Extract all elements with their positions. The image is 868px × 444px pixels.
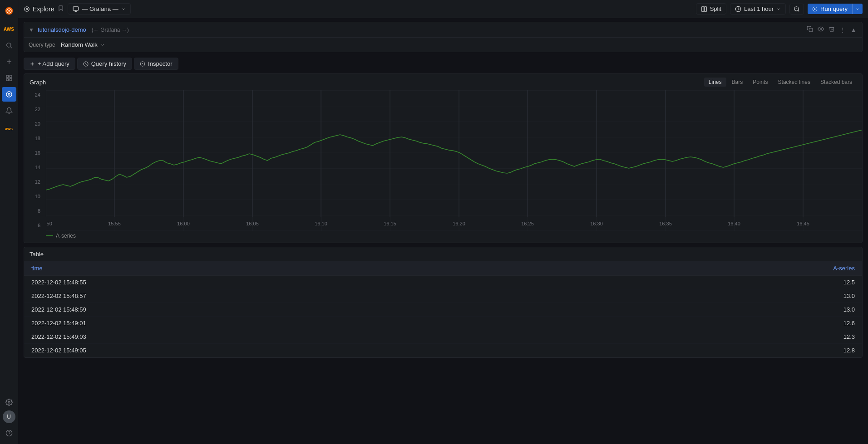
table-row: 2022-12-02 15:49:05 12.8 <box>24 344 862 357</box>
graph-section-header: Graph Lines Bars Points Stacked lines St… <box>24 74 862 90</box>
table-col-aseries-header[interactable]: A-series <box>819 265 855 272</box>
sidebar: AWS aws U <box>0 0 18 444</box>
sidebar-item-settings[interactable] <box>2 395 16 410</box>
split-button[interactable]: Split <box>696 3 726 15</box>
query-datasource[interactable]: tutorialsdojo-demo <box>38 26 86 33</box>
bookmark-icon[interactable] <box>58 5 64 13</box>
table-cell-value: 12.6 <box>819 320 855 327</box>
query-collapse-button[interactable]: ▼ <box>29 27 34 33</box>
graph-title: Graph <box>30 79 46 86</box>
query-type-value: Random Walk <box>61 41 98 48</box>
chart-container: 24 22 20 18 16 14 12 10 8 6 <box>24 90 862 243</box>
table-cell-value: 12.5 <box>819 279 855 286</box>
sidebar-item-search[interactable] <box>2 38 16 53</box>
graph-type-points[interactable]: Points <box>748 78 772 87</box>
run-query-dropdown[interactable] <box>852 4 863 14</box>
graph-type-buttons: Lines Bars Points Stacked lines Stacked … <box>704 78 857 87</box>
sidebar-item-aws-services[interactable]: aws <box>2 122 16 136</box>
table-cell-time: 2022-12-02 15:48:59 <box>31 306 819 313</box>
table-cell-time: 2022-12-02 15:49:05 <box>31 347 819 354</box>
zoom-out-button[interactable] <box>789 4 804 15</box>
table-cell-value: 12.3 <box>819 333 855 340</box>
time-range-picker[interactable]: Last 1 hour <box>730 3 786 15</box>
svg-rect-7 <box>6 75 9 78</box>
main-content: Explore — Grafana — Split Last 1 hour Ru… <box>18 0 868 444</box>
query-history-label: Query history <box>91 60 126 67</box>
add-query-button[interactable]: + Add query <box>24 58 75 70</box>
graph-type-stacked-bars[interactable]: Stacked bars <box>816 78 857 87</box>
table-row: 2022-12-02 15:48:55 12.5 <box>24 276 862 289</box>
sidebar-item-dashboards[interactable] <box>2 71 16 85</box>
datasource-picker[interactable]: — Grafana — <box>68 3 130 15</box>
query-chevron-icon[interactable]: ▲ <box>849 25 858 34</box>
table-cell-time: 2022-12-02 15:49:01 <box>31 320 819 327</box>
inspector-button[interactable]: Inspector <box>134 58 178 70</box>
run-query-wrapper: Run query <box>808 4 863 14</box>
chart-svg-wrapper: 15:50 15:55 16:00 16:05 16:10 16:15 16:2… <box>46 90 857 231</box>
sidebar-item-help[interactable] <box>2 426 16 440</box>
svg-line-25 <box>798 10 799 11</box>
table-row: 2022-12-02 15:49:01 12.6 <box>24 317 862 330</box>
svg-text:16:45: 16:45 <box>797 221 809 226</box>
svg-text:16:00: 16:00 <box>177 221 190 226</box>
time-range-label: Last 1 hour <box>744 5 774 12</box>
table-title: Table <box>30 251 44 258</box>
svg-text:16:30: 16:30 <box>590 221 603 226</box>
sidebar-item-alerting[interactable] <box>2 103 16 118</box>
table-cell-time: 2022-12-02 15:49:03 <box>31 333 819 340</box>
query-eye-icon[interactable] <box>817 25 825 34</box>
svg-rect-9 <box>6 78 9 81</box>
table-cell-time: 2022-12-02 15:48:55 <box>31 279 819 286</box>
graph-section: Graph Lines Bars Points Stacked lines St… <box>24 73 863 243</box>
query-history-button[interactable]: Query history <box>77 58 132 70</box>
svg-point-17 <box>26 8 28 10</box>
legend-label: A-series <box>56 233 76 239</box>
grafana-logo[interactable] <box>2 4 16 18</box>
graph-type-bars[interactable]: Bars <box>727 78 748 87</box>
svg-line-4 <box>10 47 12 48</box>
table-row: 2022-12-02 15:48:57 13.0 <box>24 289 862 303</box>
table-body: 2022-12-02 15:48:55 12.5 2022-12-02 15:4… <box>24 276 862 357</box>
sidebar-item-avatar[interactable]: U <box>2 410 16 424</box>
query-type-select[interactable]: Random Walk <box>61 41 105 48</box>
split-label: Split <box>710 5 721 12</box>
graph-type-stacked-lines[interactable]: Stacked lines <box>774 78 815 87</box>
svg-text:16:25: 16:25 <box>521 221 534 226</box>
svg-rect-35 <box>46 90 863 231</box>
svg-point-28 <box>820 28 822 30</box>
sidebar-item-add[interactable] <box>2 54 16 69</box>
svg-rect-27 <box>809 28 813 32</box>
svg-text:16:20: 16:20 <box>453 221 465 226</box>
page-title: Explore <box>24 5 54 13</box>
svg-point-11 <box>6 92 12 97</box>
table-cell-value: 12.8 <box>819 347 855 354</box>
graph-type-lines[interactable]: Lines <box>704 78 726 87</box>
user-avatar: U <box>3 410 15 423</box>
query-area: ▼ tutorialsdojo-demo (← Grafana →) ⋮ ▲ <box>18 18 868 54</box>
svg-point-3 <box>6 43 10 47</box>
chart-y-axis: 24 22 20 18 16 14 12 10 8 6 <box>30 90 42 230</box>
query-delete-icon[interactable] <box>828 25 836 34</box>
svg-point-13 <box>8 401 10 403</box>
query-more-icon[interactable]: ⋮ <box>838 25 847 34</box>
legend-line-indicator <box>46 235 53 236</box>
explore-label: Explore <box>33 5 54 13</box>
svg-text:16:10: 16:10 <box>315 221 327 226</box>
sidebar-item-explore[interactable] <box>2 87 16 102</box>
query-copy-icon[interactable] <box>806 25 814 34</box>
svg-text:16:05: 16:05 <box>246 221 259 226</box>
query-row-actions: ⋮ ▲ <box>806 25 858 34</box>
svg-rect-22 <box>704 6 706 11</box>
run-query-label: Run query <box>820 5 848 12</box>
toolbar: + Add query Query history Inspector <box>18 54 868 73</box>
run-query-button[interactable]: Run query <box>808 4 852 14</box>
table-cell-value: 13.0 <box>819 293 855 299</box>
query-row: ▼ tutorialsdojo-demo (← Grafana →) ⋮ ▲ <box>24 22 863 52</box>
query-datasource-sub: (← Grafana →) <box>92 27 129 33</box>
query-row-header: ▼ tutorialsdojo-demo (← Grafana →) ⋮ ▲ <box>24 22 862 38</box>
table-cell-time: 2022-12-02 15:48:57 <box>31 293 819 299</box>
sidebar-item-aws[interactable]: AWS <box>2 22 16 36</box>
table-col-time-header[interactable]: time <box>31 265 819 272</box>
query-type-label: Query type <box>29 42 55 48</box>
svg-text:16:15: 16:15 <box>384 221 396 226</box>
